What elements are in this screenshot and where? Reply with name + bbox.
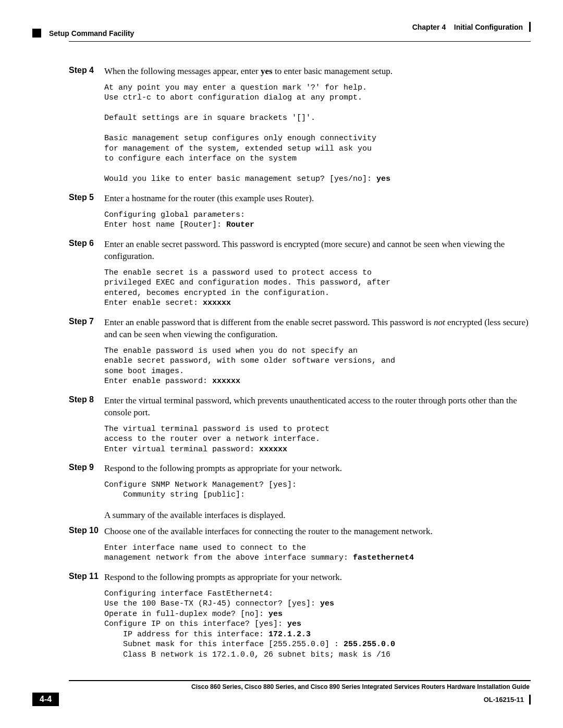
step-label: Step 8	[69, 395, 104, 404]
code-block: Configure SNMP Network Management? [yes]…	[104, 480, 531, 500]
step-4: Step 4 When the following messages appea…	[69, 66, 531, 184]
step-7: Step 7 Enter an enable password that is …	[69, 317, 531, 387]
step-5: Step 5 Enter a hostname for the router (…	[69, 193, 531, 230]
step-9: Step 9 Respond to the following prompts …	[69, 463, 531, 522]
step-text: Choose one of the available interfaces f…	[104, 526, 531, 538]
code-block: Configuring global parameters: Enter hos…	[104, 210, 531, 230]
section-title: Setup Command Facility	[49, 29, 134, 38]
step-text: Enter an enable secret password. This pa…	[104, 239, 531, 263]
header-right: Chapter 4 Initial Configuration	[412, 22, 531, 32]
section-marker-icon	[32, 29, 41, 38]
step-8: Step 8 Enter the virtual terminal passwo…	[69, 395, 531, 454]
step-text: Enter an enable password that is differe…	[104, 317, 531, 341]
footer-guide-title: Cisco 860 Series, Cisco 880 Series, and …	[69, 683, 531, 690]
step-6: Step 6 Enter an enable secret password. …	[69, 239, 531, 309]
step-text: Enter a hostname for the router (this ex…	[104, 193, 531, 205]
step-label: Step 11	[69, 572, 104, 581]
code-block: At any point you may enter a question ma…	[104, 83, 531, 184]
page: Setup Command Facility Chapter 4 Initial…	[0, 0, 563, 660]
step-body-after: A summary of the available interfaces is…	[104, 510, 531, 522]
content-area: Step 4 When the following messages appea…	[32, 42, 531, 660]
code-block: The enable secret is a password used to …	[104, 268, 531, 309]
step-label: Step 9	[69, 463, 104, 472]
header-vbar-icon	[529, 22, 531, 32]
step-text: Respond to the following prompts as appr…	[104, 572, 531, 584]
step-label: Step 4	[69, 66, 104, 75]
header-left: Setup Command Facility	[32, 29, 134, 38]
code-block: The virtual terminal password is used to…	[104, 424, 531, 455]
page-header: Setup Command Facility Chapter 4 Initial…	[32, 22, 531, 42]
step-text: Enter the virtual terminal password, whi…	[104, 395, 531, 419]
footer-doc-id: OL-16215-11	[484, 695, 531, 705]
step-10: Step 10 Choose one of the available inte…	[69, 526, 531, 563]
chapter-label: Chapter 4 Initial Configuration	[412, 23, 523, 31]
step-label: Step 10	[69, 526, 104, 535]
page-number-badge: 4-4	[32, 693, 59, 706]
step-label: Step 7	[69, 317, 104, 326]
step-11: Step 11 Respond to the following prompts…	[69, 572, 531, 660]
page-footer: Cisco 860 Series, Cisco 880 Series, and …	[32, 680, 531, 706]
footer-vbar-icon	[529, 695, 531, 705]
step-text: Respond to the following prompts as appr…	[104, 463, 531, 475]
step-label: Step 5	[69, 193, 104, 202]
step-text: When the following messages appear, ente…	[104, 66, 531, 78]
step-label: Step 6	[69, 239, 104, 248]
code-block: Configuring interface FastEthernet4: Use…	[104, 589, 531, 660]
footer-rule	[69, 680, 531, 681]
code-block: Enter interface name used to connect to …	[104, 543, 531, 563]
code-block: The enable password is used when you do …	[104, 346, 531, 387]
